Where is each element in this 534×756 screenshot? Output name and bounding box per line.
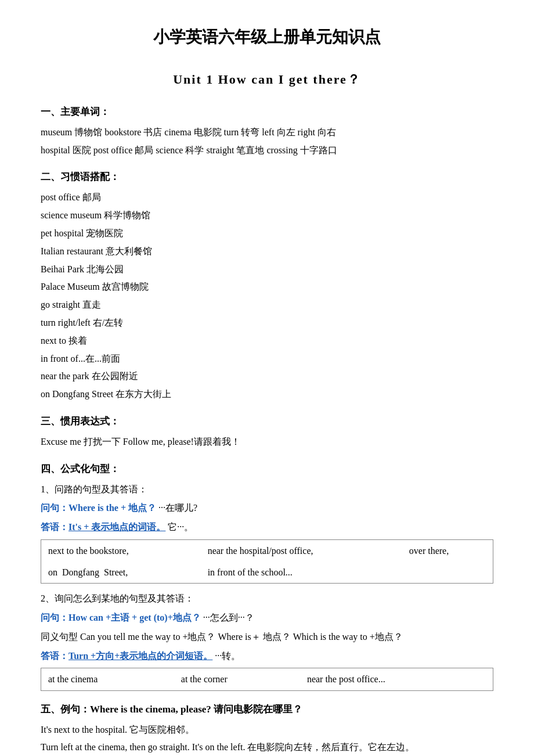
phrase-item: Palace Museum 故宫博物院 — [41, 279, 493, 296]
phrase-item: Italian restaurant 意大利餐馆 — [41, 243, 493, 260]
sub2-question-suffix: ···怎么到···？ — [201, 613, 254, 622]
sub2-synonym: 同义句型 Can you tell me the way to +地点？ Whe… — [41, 629, 493, 646]
table-cell: next to the bookstore, — [41, 539, 201, 561]
vocab-line1: museum 博物馆 bookstore 书店 cinema 电影院 turn … — [41, 124, 493, 159]
table-cell: on Dongfang Street, — [41, 561, 201, 584]
sub1-question-suffix: ···在哪儿? — [156, 503, 197, 513]
sentences-section: 四、公式化句型： 1、问路的句型及其答语： 问句：Where is the + … — [41, 461, 493, 691]
phrase-item: Beihai Park 北海公园 — [41, 261, 493, 278]
phrase-item: on Dongfang Street 在东方大街上 — [41, 386, 493, 403]
phrase-item: next to 挨着 — [41, 333, 493, 350]
table-row: at the cinema at the corner near the pos… — [41, 668, 493, 690]
example-item: It's next to the hospital. 它与医院相邻。 — [41, 722, 493, 739]
sub1-question: 问句：Where is the + 地点？ ···在哪儿? — [41, 500, 493, 517]
sub1-question-text: Where is the + 地点？ — [68, 503, 156, 513]
examples-content: It's next to the hospital. 它与医院相邻。Turn l… — [41, 722, 493, 756]
sub1-question-label: 问句： — [41, 503, 68, 513]
phrase-item: science museum 科学博物馆 — [41, 207, 493, 224]
phrase-item: in front of...在...前面 — [41, 351, 493, 368]
sub2-answer: 答语：Turn +方向+表示地点的介词短语。 ···转。 — [41, 648, 493, 665]
unit-title: Unit 1 How can I get there？ — [41, 69, 493, 90]
main-title: 小学英语六年级上册单元知识点 — [41, 23, 493, 51]
table-cell: in front of the school... — [201, 561, 402, 584]
table-cell: over there, — [402, 539, 493, 561]
sub2-question-label: 问句： — [41, 613, 68, 622]
table-cell: at the cinema — [41, 668, 174, 690]
table-cell: at the corner — [174, 668, 300, 690]
expressions-heading: 三、惯用表达式： — [41, 413, 493, 430]
table-row: on Dongfang Street, in front of the scho… — [41, 561, 493, 584]
sub1-answer-suffix: 它···。 — [165, 522, 193, 532]
expressions-section: 三、惯用表达式： Excuse me 打扰一下 Follow me, pleas… — [41, 413, 493, 451]
example-item: Turn left at the cinema, then go straigh… — [41, 739, 493, 756]
sub2-section: 2、询问怎么到某地的句型及其答语： 问句：How can +主语 + get (… — [41, 591, 493, 690]
sub2-label: 2、询问怎么到某地的句型及其答语： — [41, 591, 493, 607]
sub1-answer-label: 答语： — [41, 522, 68, 532]
sub2-question-text: How can +主语 + get (to)+地点？ — [68, 613, 201, 622]
sub1-table: next to the bookstore, near the hospital… — [41, 539, 493, 584]
table-cell: near the post office... — [300, 668, 493, 690]
table-cell: near the hospital/post office, — [201, 539, 402, 561]
sub2-answer-label: 答语： — [41, 651, 68, 661]
sub1-answer-text: It's + 表示地点的词语。 — [68, 522, 165, 532]
phrase-item: turn right/left 右/左转 — [41, 315, 493, 332]
table-row: next to the bookstore, near the hospital… — [41, 539, 493, 561]
phrase-item: near the park 在公园附近 — [41, 368, 493, 385]
phrases-section: 二、习惯语搭配： post office 邮局science museum 科学… — [41, 169, 493, 402]
sub2-question: 问句：How can +主语 + get (to)+地点？ ···怎么到···？ — [41, 610, 493, 627]
table-cell — [402, 561, 493, 584]
phrase-item: post office 邮局 — [41, 189, 493, 206]
examples-section: 五、例句：Where is the cinema, please? 请问电影院在… — [41, 701, 493, 756]
sentences-heading: 四、公式化句型： — [41, 461, 493, 478]
phrases-heading: 二、习惯语搭配： — [41, 169, 493, 186]
examples-heading: 五、例句：Where is the cinema, please? 请问电影院在… — [41, 701, 493, 718]
sub2-answer-suffix: ···转。 — [212, 651, 240, 661]
sub1-label: 1、问路的句型及其答语： — [41, 481, 493, 498]
vocab-heading: 一、主要单词： — [41, 104, 493, 121]
sub2-answer-text: Turn +方向+表示地点的介词短语。 — [68, 651, 212, 661]
expressions-content: Excuse me 打扰一下 Follow me, please!请跟着我！ — [41, 434, 493, 451]
vocab-section: 一、主要单词： museum 博物馆 bookstore 书店 cinema 电… — [41, 104, 493, 159]
phrase-item: pet hospital 宠物医院 — [41, 225, 493, 242]
sub1-section: 1、问路的句型及其答语： 问句：Where is the + 地点？ ···在哪… — [41, 481, 493, 584]
phrases-list: post office 邮局science museum 科学博物馆pet ho… — [41, 189, 493, 403]
sub2-table: at the cinema at the corner near the pos… — [41, 668, 493, 690]
phrase-item: go straight 直走 — [41, 297, 493, 314]
sub1-answer: 答语：It's + 表示地点的词语。 它···。 — [41, 519, 493, 536]
